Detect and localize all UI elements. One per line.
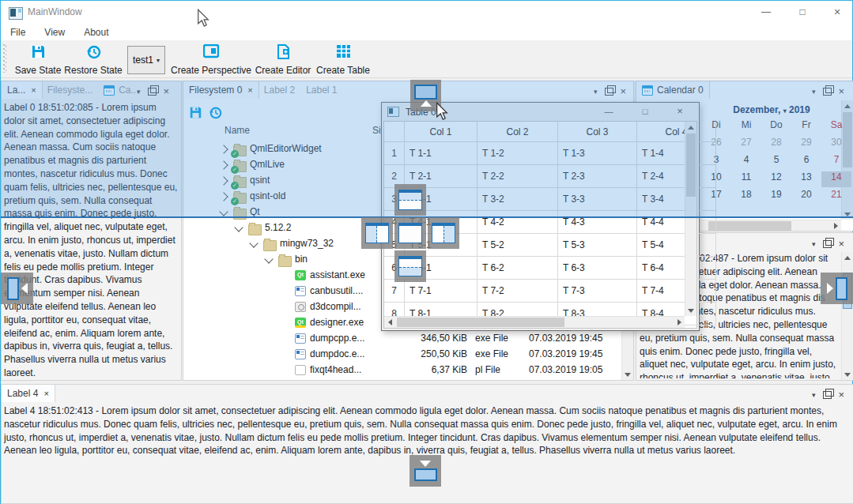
tab-label-4[interactable]: Label 4×: [2, 385, 55, 402]
float-icon[interactable]: [823, 391, 832, 399]
tree-item-label: mingw73_32: [280, 238, 334, 249]
calendar-hscrollbar-thumb[interactable]: [708, 221, 791, 231]
fs-scroll-down-icon[interactable]: [622, 369, 633, 380]
menu-item-file[interactable]: File: [1, 24, 35, 40]
file-type: exe File: [475, 348, 508, 359]
folder-icon: [248, 224, 262, 235]
app-icon: [295, 286, 306, 296]
table-cell[interactable]: T 5-4: [637, 234, 716, 257]
table-scroll-down-icon[interactable]: [685, 305, 696, 316]
folder-icon: [263, 240, 277, 251]
tree-item-label: dumpcpp.e...: [310, 333, 364, 344]
label4-dock-buttons: ▾ ×: [812, 389, 844, 401]
table-icon: [336, 44, 351, 61]
tab-label: Label 4: [7, 388, 38, 399]
dock-menu-icon[interactable]: ▾: [812, 391, 816, 399]
tree-item-label: 5.12.2: [265, 222, 291, 233]
table-row-number[interactable]: 7: [384, 280, 405, 303]
tree-item-label: fixqt4head...: [310, 364, 361, 375]
dll-icon: [295, 302, 306, 312]
save-state-label: Save State: [15, 65, 62, 76]
drop-indicator-bottom-edge[interactable]: [410, 455, 441, 487]
chevron-down-icon[interactable]: [264, 254, 273, 263]
arrow-up-icon: [421, 100, 432, 107]
app-icon: [295, 349, 306, 359]
restore-state-button[interactable]: Restore State: [62, 44, 124, 76]
tree-row[interactable]: fixqt4head...6,37 KiBpl File07.03.2019 1…: [183, 363, 621, 378]
label5-dock-buttons: ▾ ×: [812, 238, 844, 250]
table-hscrollbar-thumb[interactable]: [397, 318, 564, 327]
menu-item-about[interactable]: About: [74, 24, 118, 40]
tree-row[interactable]: dumpdoc.e...250,50 KiBexe File07.03.2019…: [183, 347, 621, 363]
menu-bar: FileViewAbout: [1, 24, 852, 40]
drop-indicator-split-right[interactable]: [428, 217, 459, 249]
table-cell[interactable]: T 6-2: [477, 257, 558, 280]
drop-indicator-split-top[interactable]: [394, 184, 426, 216]
table-cell[interactable]: T 6-4: [637, 257, 716, 280]
save-state-button[interactable]: Save State: [10, 44, 66, 76]
table-scroll-right-icon[interactable]: [674, 317, 685, 328]
app-window-icon: [9, 7, 23, 20]
tree-item-label: designer.exe: [310, 317, 364, 328]
drop-indicator-center-tab[interactable]: [394, 217, 426, 249]
minimize-button[interactable]: —: [750, 1, 782, 23]
file-icon: [295, 365, 306, 375]
table-cell[interactable]: T 7-2: [477, 280, 558, 303]
tree-item-label: d3dcompil...: [310, 301, 361, 312]
file-type: exe File: [475, 333, 508, 344]
file-size: 346,50 KiB: [404, 333, 467, 344]
main-window: MainWindow — □ × FileViewAbout Save Stat…: [0, 0, 853, 504]
tree-row[interactable]: dumpcpp.e...346,50 KiBexe File07.03.2019…: [183, 331, 621, 347]
drop-indicator-split-left[interactable]: [361, 217, 393, 249]
table-cell[interactable]: T 5-3: [558, 234, 637, 257]
create-perspective-button[interactable]: Create Perspective: [172, 44, 251, 76]
tree-item-label: dumpdoc.e...: [310, 348, 364, 359]
label5-scroll-down-icon[interactable]: [842, 369, 853, 380]
title-bar: MainWindow — □ ×: [1, 1, 852, 24]
chevron-down-icon: ▾: [157, 57, 160, 64]
qt-designer-icon: Qt: [295, 318, 306, 328]
create-editor-button[interactable]: Create Editor: [254, 44, 312, 76]
perspective-combo[interactable]: test1 ▾: [127, 46, 165, 74]
toolbar-handle[interactable]: [3, 44, 6, 73]
close-button[interactable]: ×: [821, 1, 853, 23]
drop-indicator-split-bottom[interactable]: [394, 250, 426, 282]
dock-close-icon[interactable]: ×: [839, 389, 845, 401]
table-cell[interactable]: T 6-3: [558, 257, 637, 280]
file-modified: 07.03.2019 19:05: [529, 364, 602, 375]
file-size: 6,37 KiB: [404, 364, 467, 375]
table-scroll-left-icon[interactable]: [384, 317, 395, 328]
perspective-icon: [203, 44, 219, 61]
create-perspective-label: Create Perspective: [171, 65, 251, 76]
drop-indicator-left-edge[interactable]: [1, 273, 33, 304]
save-icon: [31, 44, 46, 62]
qt-app-icon: Qt: [295, 270, 306, 280]
table-cell[interactable]: T 7-4: [637, 280, 716, 303]
chevron-down-icon[interactable]: [234, 223, 243, 231]
menu-item-view[interactable]: View: [35, 24, 74, 40]
file-modified: 07.03.2019 19:45: [529, 333, 602, 344]
tree-item-label: assistant.exe: [310, 269, 365, 280]
create-table-button[interactable]: Create Table: [315, 44, 371, 76]
table-hscrollbar[interactable]: [384, 316, 685, 328]
drop-indicator-right-edge[interactable]: [821, 273, 853, 304]
folder-icon: [278, 256, 292, 267]
create-editor-label: Create Editor: [255, 65, 311, 76]
dock-menu-icon[interactable]: ▾: [812, 240, 816, 248]
dock-close-icon[interactable]: ×: [839, 238, 845, 250]
tab-close-icon[interactable]: ×: [43, 389, 48, 398]
maximize-button[interactable]: □: [787, 1, 818, 23]
arrow-left-icon: [21, 283, 28, 294]
table-cell[interactable]: T 5-2: [477, 234, 558, 257]
table-cell[interactable]: T 7-3: [558, 280, 637, 303]
calendar-scroll-right-icon[interactable]: [830, 220, 841, 231]
app-icon: [295, 333, 306, 344]
float-icon[interactable]: [823, 240, 832, 248]
label5-vscrollbar[interactable]: [841, 252, 853, 380]
file-size: 250,50 KiB: [404, 348, 467, 359]
label5-scroll-up-icon[interactable]: [842, 252, 853, 263]
tree-item-label: bin: [295, 254, 308, 265]
table-cell[interactable]: T 7-1: [405, 280, 477, 303]
label4-dock-tabbar: Label 4×: [2, 385, 792, 402]
chevron-down-icon[interactable]: [249, 239, 258, 247]
